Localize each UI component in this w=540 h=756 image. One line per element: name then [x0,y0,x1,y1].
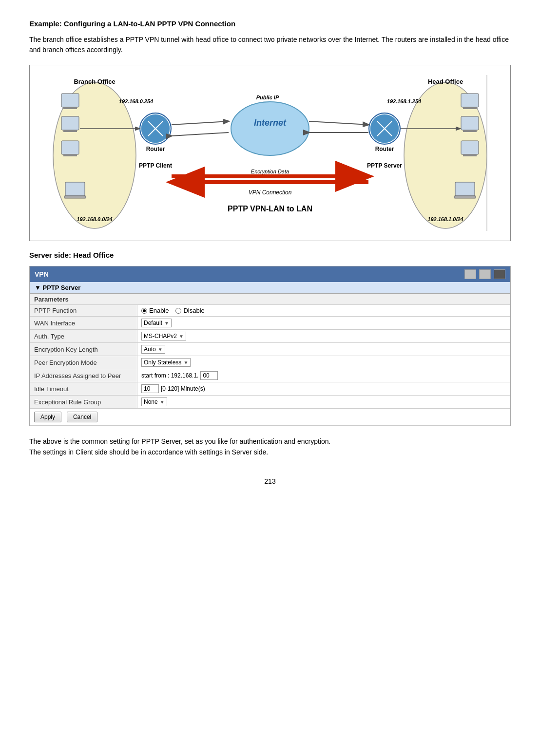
action-row: Apply Cancel [30,409,510,426]
table-row: PPTP Function Enable Disable [30,305,510,317]
wan-value: Default [144,320,162,326]
table-row: Peer Encryption Mode Only Stateless ▼ [30,356,510,369]
table-row: Idle Timeout 10 [0-120] Minute(s) [30,382,510,396]
network-diagram: Branch Office Head Office 192. [29,65,511,241]
apply-button[interactable]: Apply [34,412,61,422]
idle-unit: [0-120] Minute(s) [161,385,205,392]
table-row: Auth. Type MS-CHAPv2 ▼ [30,330,510,343]
vpn-label: VPN [35,270,49,278]
row-label-idle: Idle Timeout [30,382,137,396]
svg-rect-11 [64,196,86,198]
svg-text:Branch Office: Branch Office [74,78,115,85]
svg-text:192.168.1.254: 192.168.1.254 [387,98,421,104]
vpn-top-bar-icons [464,269,505,279]
svg-text:192.168.0.254: 192.168.0.254 [119,98,153,104]
svg-rect-19 [454,196,476,198]
idle-input[interactable]: 10 [141,384,159,393]
svg-line-37 [172,132,229,136]
svg-rect-15 [463,130,477,132]
svg-rect-14 [461,116,479,130]
svg-text:Internet: Internet [254,118,287,128]
wan-interface-select[interactable]: Default ▼ [141,319,172,327]
svg-text:Router: Router [375,146,394,152]
idle-timeout-row: 10 [0-120] Minute(s) [141,384,506,393]
svg-rect-9 [63,154,77,156]
auth-type-select[interactable]: MS-CHAPv2 ▼ [141,332,186,340]
footer-text: The above is the common setting for PPTP… [29,436,511,458]
rule-group-arrow: ▼ [160,399,165,405]
table-row: WAN Interface Default ▼ [30,317,510,330]
rule-group-value: None [144,398,158,405]
svg-text:192.168.1.0/24: 192.168.1.0/24 [427,216,463,222]
pptp-function-radio-group: Enable Disable [141,307,506,314]
svg-line-38 [309,121,368,125]
peer-enc-value: Only Stateless [144,359,181,366]
row-label-wan: WAN Interface [30,317,137,330]
row-label-ip-assign: IP Addresses Assigned to Peer [30,369,137,382]
row-label-peer-enc: Peer Encryption Mode [30,356,137,369]
svg-rect-4 [61,94,79,107]
svg-rect-12 [461,94,479,107]
params-label: Parameters [30,294,510,305]
params-section-row: Parameters [30,294,510,305]
peer-enc-arrow: ▼ [183,360,188,365]
svg-rect-6 [61,116,79,130]
enc-key-value: Auto [144,346,156,353]
pptp-server-header: ▼ PPTP Server [30,282,510,294]
wan-arrow: ▼ [164,321,169,326]
svg-rect-18 [455,182,475,196]
icon-box-2 [479,269,491,279]
svg-text:PPTP Server: PPTP Server [367,162,402,169]
disable-option[interactable]: Disable [175,307,204,314]
action-cell: Apply Cancel [30,409,510,426]
enc-key-arrow: ▼ [158,347,163,352]
row-value-auth: MS-CHAPv2 ▼ [137,330,510,343]
svg-text:Encryption Data: Encryption Data [251,169,289,174]
svg-text:Router: Router [146,146,165,152]
svg-line-36 [172,121,229,125]
auth-arrow: ▼ [179,334,184,339]
disable-radio[interactable] [175,308,181,314]
footer-line-1: The above is the common setting for PPTP… [29,436,511,447]
svg-rect-16 [461,141,479,154]
row-value-rule-group: None ▼ [137,396,510,409]
row-label-enc-key: Encryption Key Length [30,343,137,356]
icon-box-1 [464,269,476,279]
ip-suffix-input[interactable]: 00 [200,371,218,380]
rule-group-select[interactable]: None ▼ [141,397,167,406]
svg-text:Head Office: Head Office [428,78,463,85]
svg-rect-13 [463,107,477,109]
row-value-wan: Default ▼ [137,317,510,330]
row-label-pptp-function: PPTP Function [30,305,137,317]
enable-radio[interactable] [141,308,147,314]
ip-prefix: start from : 192.168.1. [141,372,198,379]
table-row: Exceptional Rule Group None ▼ [30,396,510,409]
svg-rect-7 [63,130,77,132]
row-value-pptp-function: Enable Disable [137,305,510,317]
svg-point-34 [231,102,309,155]
disable-label: Disable [183,307,204,314]
table-row: IP Addresses Assigned to Peer start from… [30,369,510,382]
page-number: 213 [29,477,511,485]
svg-rect-10 [65,182,85,196]
server-heading-text: Server side: Head Office [29,251,114,259]
ip-assign-row: start from : 192.168.1. 00 [141,371,506,380]
table-row: Encryption Key Length Auto ▼ [30,343,510,356]
row-label-auth: Auth. Type [30,330,137,343]
svg-text:PPTP Client: PPTP Client [139,162,172,169]
peer-enc-select[interactable]: Only Stateless ▼ [141,358,191,367]
enable-label: Enable [149,307,169,314]
svg-text:VPN Connection: VPN Connection [249,189,292,196]
cancel-button[interactable]: Cancel [67,412,97,422]
row-value-peer-enc: Only Stateless ▼ [137,356,510,369]
svg-rect-5 [63,107,77,109]
footer-line-2: The settings in Client side should be in… [29,447,511,457]
svg-text:Public IP: Public IP [256,94,279,100]
row-value-enc-key: Auto ▼ [137,343,510,356]
enc-key-select[interactable]: Auto ▼ [141,345,165,354]
vpn-top-bar: VPN [30,266,510,282]
enable-option[interactable]: Enable [141,307,169,314]
pptp-server-label: ▼ PPTP Server [35,284,80,291]
svg-rect-17 [463,154,477,156]
page-title: Example: Configuring a LAN-to-LAN PPTP V… [29,19,511,28]
